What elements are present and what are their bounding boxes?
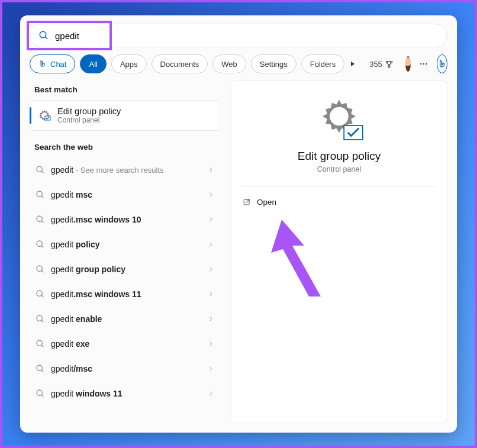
web-result-item[interactable]: gpedit windows 11 [30, 381, 220, 406]
svg-line-19 [41, 320, 43, 322]
chevron-right-icon [207, 191, 214, 198]
tab-all[interactable]: All [80, 54, 106, 73]
svg-line-1 [45, 37, 47, 39]
open-label: Open [257, 198, 276, 207]
tab-settings[interactable]: Settings [251, 54, 296, 73]
results-column: Best match Edit group policy Control pan… [30, 80, 220, 423]
svg-line-9 [41, 196, 43, 198]
open-action[interactable]: Open [242, 195, 276, 209]
best-match-title: Edit group policy [57, 107, 121, 116]
chevron-right-icon [207, 241, 214, 248]
preview-pane: Edit group policy Control panel Open [231, 80, 447, 423]
svg-point-3 [423, 63, 424, 65]
search-icon [36, 165, 45, 175]
svg-point-4 [426, 63, 427, 65]
preview-subtitle: Control panel [317, 165, 361, 173]
svg-point-22 [37, 365, 42, 370]
rewards-points[interactable]: 355 [369, 60, 394, 69]
chevron-right-icon [207, 365, 214, 372]
web-result-item[interactable]: gpedit/msc [30, 356, 220, 381]
tab-apps[interactable]: Apps [111, 54, 147, 73]
divider [242, 186, 436, 187]
svg-point-6 [37, 166, 42, 172]
search-icon [36, 389, 45, 398]
trophy-icon [385, 60, 394, 69]
chevron-right-icon [207, 266, 214, 273]
web-search-header: Search the web [30, 138, 220, 157]
web-result-text: gpedit windows 11 [51, 389, 207, 398]
svg-line-21 [41, 345, 43, 347]
play-icon [349, 60, 356, 67]
tab-chat[interactable]: Chat [30, 54, 75, 73]
bing-chat-icon [437, 59, 447, 69]
search-icon [36, 190, 45, 199]
tab-documents[interactable]: Documents [152, 54, 208, 73]
user-avatar[interactable] [405, 56, 411, 72]
search-icon [36, 314, 45, 324]
svg-point-18 [37, 315, 42, 321]
best-match-subtitle: Control panel [57, 116, 121, 124]
preview-icon [318, 98, 360, 139]
svg-line-7 [41, 171, 43, 173]
tab-web[interactable]: Web [212, 54, 246, 73]
web-result-item[interactable]: gpedit enable [30, 307, 220, 331]
more-options-button[interactable] [419, 57, 428, 71]
web-result-item[interactable]: gpedit msc [30, 182, 220, 207]
svg-line-25 [41, 395, 43, 397]
search-icon [36, 265, 45, 274]
web-result-text: gpedit policy [51, 240, 207, 249]
svg-point-8 [37, 191, 42, 196]
web-result-text: gpedit.msc windows 10 [51, 215, 207, 224]
search-icon [36, 339, 45, 349]
open-icon [242, 198, 251, 207]
ellipsis-icon [419, 59, 428, 69]
svg-line-11 [41, 221, 43, 223]
chevron-right-icon [207, 340, 214, 347]
svg-point-0 [40, 31, 46, 38]
web-result-item[interactable]: gpedit.msc windows 11 [30, 282, 220, 307]
svg-line-15 [41, 270, 43, 272]
chevron-right-icon [207, 315, 214, 323]
web-result-item[interactable]: gpedit exe [30, 331, 220, 356]
web-results-list: gpedit - See more search results gpedit … [30, 157, 220, 406]
svg-point-16 [37, 291, 42, 296]
web-result-item[interactable]: gpedit policy [30, 232, 220, 257]
web-result-text: gpedit/msc [51, 364, 207, 373]
svg-point-12 [37, 241, 42, 246]
tab-folders[interactable]: Folders [301, 54, 344, 73]
web-result-text: gpedit exe [51, 339, 207, 349]
search-icon [36, 364, 45, 373]
search-bar-container [20, 15, 457, 47]
svg-point-2 [420, 63, 421, 65]
svg-point-24 [37, 390, 42, 395]
svg-point-14 [37, 266, 42, 271]
search-bar [30, 24, 447, 47]
best-match-header: Best match [30, 80, 220, 100]
chevron-right-icon [207, 216, 214, 223]
more-tabs-button[interactable] [349, 57, 356, 71]
preview-title: Edit group policy [298, 150, 381, 163]
chevron-right-icon [207, 390, 214, 397]
chevron-right-icon [207, 291, 214, 298]
gear-icon [37, 108, 51, 123]
chevron-right-icon [207, 166, 214, 173]
web-result-item[interactable]: gpedit.msc windows 10 [30, 207, 220, 232]
svg-line-17 [41, 295, 43, 297]
web-result-item[interactable]: gpedit group policy [30, 257, 220, 282]
web-result-text: gpedit group policy [51, 265, 207, 274]
svg-line-23 [41, 370, 43, 372]
svg-point-10 [37, 216, 42, 221]
search-icon [36, 289, 45, 299]
tab-chat-label: Chat [50, 60, 66, 69]
search-input[interactable] [55, 31, 439, 41]
content-area: Best match Edit group policy Control pan… [20, 80, 457, 433]
search-window: Chat All Apps Documents Web Settings Fol… [20, 15, 457, 433]
web-result-item[interactable]: gpedit - See more search results [30, 157, 220, 182]
best-match-item[interactable]: Edit group policy Control panel [30, 100, 220, 131]
web-result-text: gpedit.msc windows 11 [51, 289, 207, 299]
search-icon [38, 30, 49, 41]
svg-point-20 [37, 340, 42, 346]
web-result-text: gpedit msc [51, 190, 207, 199]
web-result-text: gpedit enable [51, 314, 207, 324]
bing-chat-button[interactable] [437, 54, 447, 73]
